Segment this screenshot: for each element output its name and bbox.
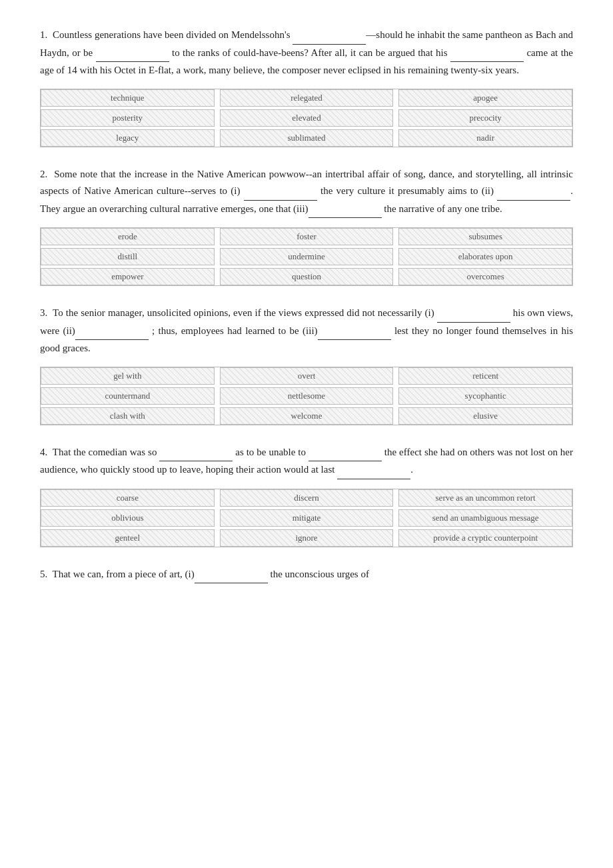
answer-grid-1: techniquerelegatedapogeeposterityelevate…: [40, 89, 573, 147]
question-block-3: 3. To the senior manager, unsolicited op…: [40, 305, 573, 425]
question-number-4: 4.: [40, 447, 53, 457]
answer-cell-2-2-1[interactable]: question: [220, 268, 394, 285]
answer-cell-1-0-2[interactable]: apogee: [398, 89, 572, 107]
question-part-1-2: to the ranks of could-have-beens? After …: [169, 47, 450, 58]
blank-4-0: [159, 444, 233, 462]
question-part-4-3: .: [410, 464, 413, 475]
answer-cell-4-1-2[interactable]: send an unambiguous message: [398, 509, 572, 527]
answer-cell-3-2-2[interactable]: elusive: [398, 407, 572, 425]
answer-cell-2-0-2[interactable]: subsumes: [398, 228, 572, 245]
question-part-2-1: the very culture it presumably aims to (…: [317, 185, 497, 196]
question-number-1: 1.: [40, 29, 53, 40]
question-number-2: 2.: [40, 169, 54, 179]
question-part-5-1: the unconscious urges of: [268, 569, 369, 579]
blank-5-0: [195, 566, 268, 584]
question-text-4: 4. That the comedian was so as to be una…: [40, 444, 573, 479]
question-text-5: 5. That we can, from a piece of art, (i)…: [40, 566, 573, 584]
question-text-1: 1. Countless generations have been divid…: [40, 27, 573, 79]
answer-grid-2: erodefostersubsumesdistillundermineelabo…: [40, 227, 573, 286]
answer-cell-1-1-0[interactable]: posterity: [41, 109, 215, 127]
question-part-3-0: To the senior manager, unsolicited opini…: [53, 307, 437, 318]
answer-cell-1-2-1[interactable]: sublimated: [220, 129, 394, 147]
question-number-3: 3.: [40, 307, 53, 318]
answer-cell-2-2-2[interactable]: overcomes: [398, 268, 572, 285]
answer-cell-4-2-1[interactable]: ignore: [220, 529, 394, 547]
answer-cell-3-0-2[interactable]: reticent: [398, 367, 572, 385]
question-part-3-2: ; thus, employees had learned to be (iii…: [149, 325, 318, 336]
blank-1-0: [293, 27, 366, 45]
question-block-5: 5. That we can, from a piece of art, (i)…: [40, 566, 573, 584]
blank-3-2: [318, 323, 391, 341]
answer-cell-4-0-2[interactable]: serve as an uncommon retort: [398, 489, 572, 507]
answer-cell-4-2-0[interactable]: genteel: [41, 529, 215, 547]
answer-cell-3-0-0[interactable]: gel with: [41, 367, 215, 385]
answer-cell-4-1-0[interactable]: oblivious: [41, 509, 215, 527]
answer-cell-4-0-0[interactable]: coarse: [41, 489, 215, 507]
question-text-2: 2. Some note that the increase in the Na…: [40, 166, 573, 219]
answer-cell-1-2-0[interactable]: legacy: [41, 129, 215, 147]
question-text-3: 3. To the senior manager, unsolicited op…: [40, 305, 573, 357]
answer-cell-2-1-2[interactable]: elaborates upon: [398, 248, 572, 265]
blank-1-2: [450, 45, 524, 63]
answer-cell-4-0-1[interactable]: discern: [220, 489, 394, 507]
answer-cell-3-2-1[interactable]: welcome: [220, 407, 394, 425]
question-part-5-0: That we can, from a piece of art, (i): [52, 569, 194, 579]
answer-cell-3-2-0[interactable]: clash with: [41, 407, 215, 425]
blank-3-0: [437, 305, 510, 323]
question-part-4-1: as to be unable to: [233, 447, 308, 457]
answer-cell-1-0-1[interactable]: relegated: [220, 89, 394, 107]
blank-4-2: [337, 461, 410, 479]
answer-cell-1-1-1[interactable]: elevated: [220, 109, 394, 127]
answer-cell-3-1-0[interactable]: countermand: [41, 387, 215, 405]
question-block-2: 2. Some note that the increase in the Na…: [40, 166, 573, 287]
answer-grid-4: coarsediscernserve as an uncommon retort…: [40, 489, 573, 547]
question-part-1-0: Countless generations have been divided …: [53, 29, 293, 40]
question-part-2-3: the narrative of any one tribe.: [382, 203, 502, 214]
answer-cell-3-1-2[interactable]: sycophantic: [398, 387, 572, 405]
answer-cell-3-1-1[interactable]: nettlesome: [220, 387, 394, 405]
answer-cell-2-1-1[interactable]: undermine: [220, 248, 394, 265]
blank-2-0: [244, 183, 317, 201]
answer-cell-4-2-2[interactable]: provide a cryptic counterpoint: [398, 529, 572, 547]
answer-cell-2-0-0[interactable]: erode: [41, 228, 215, 245]
answer-cell-2-0-1[interactable]: foster: [220, 228, 394, 245]
blank-3-1: [75, 323, 149, 341]
blank-4-1: [308, 444, 382, 462]
answer-cell-2-1-0[interactable]: distill: [41, 248, 215, 265]
answer-grid-3: gel withovertreticentcountermandnettleso…: [40, 367, 573, 425]
blank-1-1: [96, 45, 169, 63]
blank-2-1: [497, 183, 570, 201]
question-number-5: 5.: [40, 569, 52, 579]
question-block-1: 1. Countless generations have been divid…: [40, 27, 573, 147]
answer-cell-2-2-0[interactable]: empower: [41, 268, 215, 285]
answer-cell-1-0-0[interactable]: technique: [41, 89, 215, 107]
question-part-4-0: That the comedian was so: [53, 447, 159, 457]
answer-cell-4-1-1[interactable]: mitigate: [220, 509, 394, 527]
answer-cell-1-2-2[interactable]: nadir: [398, 129, 572, 147]
answer-cell-1-1-2[interactable]: precocity: [398, 109, 572, 127]
answer-cell-3-0-1[interactable]: overt: [220, 367, 394, 385]
question-block-4: 4. That the comedian was so as to be una…: [40, 444, 573, 547]
blank-2-2: [308, 201, 382, 219]
